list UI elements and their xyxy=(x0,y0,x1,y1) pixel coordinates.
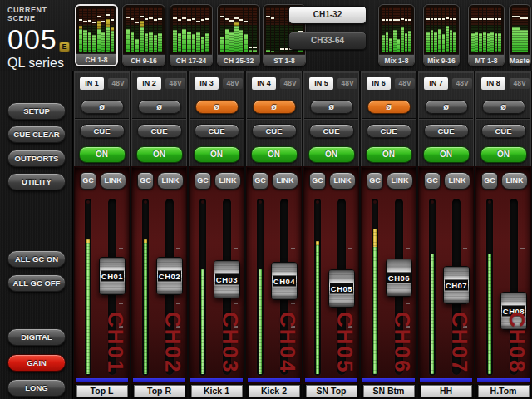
channel-name[interactable]: HH xyxy=(421,385,472,397)
strip-top-section: IN 5 48V ø CUE ON xyxy=(303,71,359,166)
cue-button[interactable]: CUE xyxy=(80,124,125,138)
gain-button[interactable]: GAIN xyxy=(7,354,66,372)
on-button[interactable]: ON xyxy=(308,146,355,163)
mini-meter xyxy=(225,7,229,52)
meter-block-ch9-16[interactable]: CH 9-16 xyxy=(122,4,165,66)
cue-button[interactable]: CUE xyxy=(309,124,354,138)
bank-button-ch33-64[interactable]: CH33-64 xyxy=(288,32,367,50)
link-button[interactable]: LINK xyxy=(444,172,470,190)
fader-handle[interactable]: CH02 xyxy=(156,257,183,295)
strip-top-section: IN 6 48V ø CUE ON xyxy=(361,71,416,166)
gain-compensation-button[interactable]: GC xyxy=(424,172,441,190)
mini-meter xyxy=(280,7,284,52)
fader-handle[interactable]: CH06 xyxy=(386,259,412,297)
channel-name[interactable]: Kick 1 xyxy=(191,385,243,397)
phase-button[interactable]: ø xyxy=(138,100,181,114)
channel-name[interactable]: H.Tom xyxy=(478,385,530,397)
long-faders-button[interactable]: LONG FADERS xyxy=(7,379,66,397)
channel-name[interactable]: Top R xyxy=(134,385,185,397)
scene-number: 005 xyxy=(7,23,57,55)
mini-meter xyxy=(498,7,501,52)
link-button[interactable]: LINK xyxy=(157,172,184,190)
mini-meter xyxy=(434,7,437,52)
channel-name[interactable]: SN Btm xyxy=(363,385,415,397)
cue-button[interactable]: CUE xyxy=(137,124,182,138)
mini-meter xyxy=(205,7,209,52)
gain-compensation-button[interactable]: GC xyxy=(252,172,268,190)
phase-button[interactable]: ø xyxy=(253,100,296,114)
phase-button[interactable]: ø xyxy=(367,100,411,114)
link-button[interactable]: LINK xyxy=(387,172,413,190)
mini-meter xyxy=(275,7,279,52)
outports-button[interactable]: OUTPORTS xyxy=(7,150,66,167)
gain-compensation-button[interactable]: GC xyxy=(137,172,154,190)
all-gc-off-button[interactable]: ALL GC OFF xyxy=(7,274,66,292)
meter-block-master[interactable]: Master xyxy=(509,4,531,66)
meter-block-ch17-24[interactable]: CH 17-24 xyxy=(170,4,213,66)
fader-tick xyxy=(348,248,352,249)
meter-block-mix9-16[interactable]: Mix 9-16 xyxy=(423,4,460,66)
mini-meter xyxy=(479,7,482,52)
level-meter-green xyxy=(316,245,319,374)
on-button[interactable]: ON xyxy=(480,146,527,163)
fader-tick xyxy=(176,303,180,304)
utility-button[interactable]: UTILITY xyxy=(7,173,66,190)
meter-block-mt1-8[interactable]: MT 1-8 xyxy=(468,4,505,66)
cue-button[interactable]: CUE xyxy=(195,124,239,138)
gain-compensation-button[interactable]: GC xyxy=(481,172,498,190)
fader-handle[interactable]: CH05 xyxy=(328,269,355,308)
fader-handle[interactable]: CH03 xyxy=(214,260,240,298)
link-button[interactable]: LINK xyxy=(214,172,241,190)
mini-meter xyxy=(88,8,91,52)
current-scene-label: CURRENT SCENE xyxy=(7,6,73,22)
fader-handle[interactable]: CH07 xyxy=(443,266,470,304)
mini-meter xyxy=(101,8,105,52)
link-button[interactable]: LINK xyxy=(100,172,126,190)
phase-button[interactable]: ø xyxy=(482,100,525,114)
channel-name[interactable]: Top L xyxy=(76,385,128,397)
fader-tick xyxy=(291,303,295,304)
meter-block-mix1-8[interactable]: Mix 1-8 xyxy=(378,4,415,66)
setup-button[interactable]: SETUP xyxy=(7,102,66,120)
phantom-48v-badge: 48V xyxy=(280,78,300,89)
link-button[interactable]: LINK xyxy=(329,172,356,190)
digital-button[interactable]: DIGITAL xyxy=(7,328,66,346)
meter-block-ch1-8[interactable]: CH 1-8 xyxy=(75,4,118,66)
gain-compensation-button[interactable]: GC xyxy=(195,172,211,190)
cue-clear-button[interactable]: CUE CLEAR xyxy=(7,126,66,143)
bank-button-ch1-32[interactable]: CH1-32 xyxy=(288,6,367,24)
phase-button[interactable]: ø xyxy=(81,100,124,114)
input-patch-label: IN 3 xyxy=(195,77,219,90)
on-button[interactable]: ON xyxy=(136,146,183,163)
gain-compensation-button[interactable]: GC xyxy=(309,172,326,190)
fader-handle[interactable]: CH01 xyxy=(99,257,126,295)
on-button[interactable]: ON xyxy=(423,146,470,163)
meter-block-ch25-32[interactable]: CH 25-32 xyxy=(217,4,260,66)
phase-button[interactable]: ø xyxy=(195,100,239,114)
link-button[interactable]: LINK xyxy=(501,172,528,190)
channel-name[interactable]: Kick 2 xyxy=(249,385,300,397)
on-button[interactable]: ON xyxy=(251,146,298,163)
mini-meter xyxy=(512,7,520,52)
phase-button[interactable]: ø xyxy=(425,100,468,114)
fader-panel: GC LINK CH07 CH07 xyxy=(418,166,474,384)
cue-button[interactable]: CUE xyxy=(252,124,297,138)
mini-meter xyxy=(154,7,158,52)
channel-color-bar xyxy=(76,378,128,382)
level-meter xyxy=(372,199,378,376)
phase-button[interactable]: ø xyxy=(310,100,353,114)
all-gc-on-button[interactable]: ALL GC ON xyxy=(7,250,66,268)
channel-color-bar xyxy=(305,378,357,382)
mini-meter xyxy=(158,7,162,52)
cue-button[interactable]: CUE xyxy=(424,124,469,138)
fader-handle[interactable]: CH04 xyxy=(271,262,298,300)
gain-compensation-button[interactable]: GC xyxy=(367,172,383,190)
cue-button[interactable]: CUE xyxy=(481,124,526,138)
on-button[interactable]: ON xyxy=(194,146,240,163)
channel-name[interactable]: SN Top xyxy=(306,385,357,397)
gain-compensation-button[interactable]: GC xyxy=(80,172,96,190)
on-button[interactable]: ON xyxy=(79,146,126,163)
link-button[interactable]: LINK xyxy=(272,172,298,190)
on-button[interactable]: ON xyxy=(366,146,412,163)
cue-button[interactable]: CUE xyxy=(367,124,411,138)
